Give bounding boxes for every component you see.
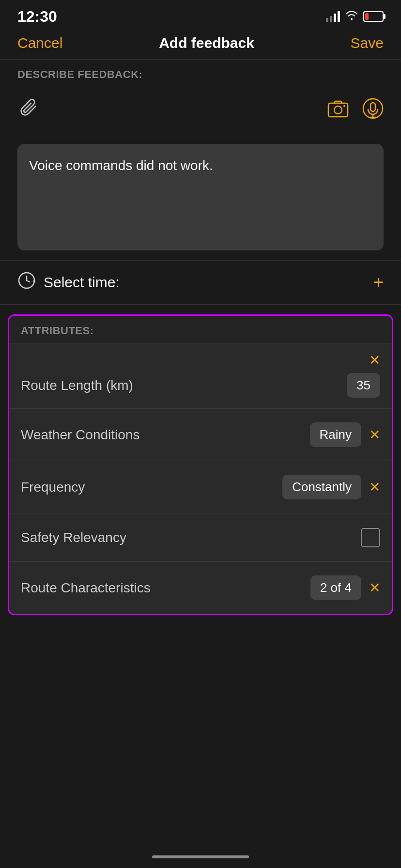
camera-icon[interactable] xyxy=(327,99,349,122)
toolbar xyxy=(0,87,401,134)
attribute-name-weather: Weather Conditions xyxy=(21,427,310,443)
weather-value[interactable]: Rainy xyxy=(310,422,361,447)
remove-route-length-button[interactable]: ✕ xyxy=(369,352,380,368)
status-icons xyxy=(326,10,384,23)
save-button[interactable]: Save xyxy=(351,35,384,51)
cancel-button[interactable]: Cancel xyxy=(17,35,62,51)
attribute-row-weather: Weather Conditions Rainy ✕ xyxy=(9,409,392,461)
attribute-row-route-length: ✕ Route Length (km) 35 xyxy=(9,343,392,409)
feedback-text-content: Voice commands did not work. xyxy=(29,155,372,176)
attribute-row-route-characteristics: Route Characteristics 2 of 4 ✕ xyxy=(9,562,392,614)
battery-icon xyxy=(363,11,384,22)
wifi-icon xyxy=(345,10,358,23)
route-characteristics-value[interactable]: 2 of 4 xyxy=(310,575,361,600)
audio-icon[interactable] xyxy=(362,98,384,124)
route-characteristics-controls: 2 of 4 ✕ xyxy=(310,575,380,600)
safety-checkbox[interactable] xyxy=(361,528,380,547)
signal-icon xyxy=(326,11,340,22)
remove-frequency-button[interactable]: ✕ xyxy=(369,479,380,495)
nav-bar: Cancel Add feedback Save xyxy=(0,29,401,60)
attributes-title: ATTRIBUTES: xyxy=(21,325,94,337)
status-bar: 12:30 xyxy=(0,0,401,29)
attribute-row-frequency: Frequency Constantly ✕ xyxy=(9,461,392,513)
add-time-button[interactable]: + xyxy=(373,272,384,293)
frequency-controls: Constantly ✕ xyxy=(282,475,380,499)
status-time: 12:30 xyxy=(17,8,57,26)
frequency-value[interactable]: Constantly xyxy=(282,475,361,499)
toolbar-left xyxy=(17,96,42,125)
select-time-label: Select time: xyxy=(44,274,120,291)
clock-icon xyxy=(17,271,36,294)
weather-controls: Rainy ✕ xyxy=(310,422,380,447)
attachment-icon[interactable] xyxy=(17,96,42,125)
route-length-value[interactable]: 35 xyxy=(347,373,380,398)
feedback-text-area[interactable]: Voice commands did not work. xyxy=(17,144,384,250)
attribute-name-frequency: Frequency xyxy=(21,480,282,495)
toolbar-right xyxy=(327,98,384,124)
page-title: Add feedback xyxy=(159,35,254,51)
home-bar xyxy=(152,855,249,858)
attribute-row-safety: Safety Relevancy xyxy=(9,513,392,562)
remove-weather-button[interactable]: ✕ xyxy=(369,427,380,443)
select-time-left: Select time: xyxy=(17,271,120,294)
svg-rect-4 xyxy=(370,103,375,111)
svg-rect-0 xyxy=(328,103,348,117)
remove-route-characteristics-button[interactable]: ✕ xyxy=(369,580,380,596)
attribute-name-route-length: Route Length (km) xyxy=(21,378,347,393)
select-time-row[interactable]: Select time: + xyxy=(0,260,401,305)
attribute-name-safety: Safety Relevancy xyxy=(21,530,361,545)
attributes-container: ATTRIBUTES: ✕ Route Length (km) 35 Weath… xyxy=(8,314,393,615)
attribute-name-route-characteristics: Route Characteristics xyxy=(21,580,310,596)
describe-feedback-header: DESCRIBE FEEDBACK: xyxy=(0,60,401,87)
svg-point-1 xyxy=(334,106,342,114)
safety-controls xyxy=(361,528,380,547)
svg-point-2 xyxy=(343,105,345,107)
attributes-header: ATTRIBUTES: xyxy=(9,316,392,343)
home-indicator xyxy=(0,848,401,868)
